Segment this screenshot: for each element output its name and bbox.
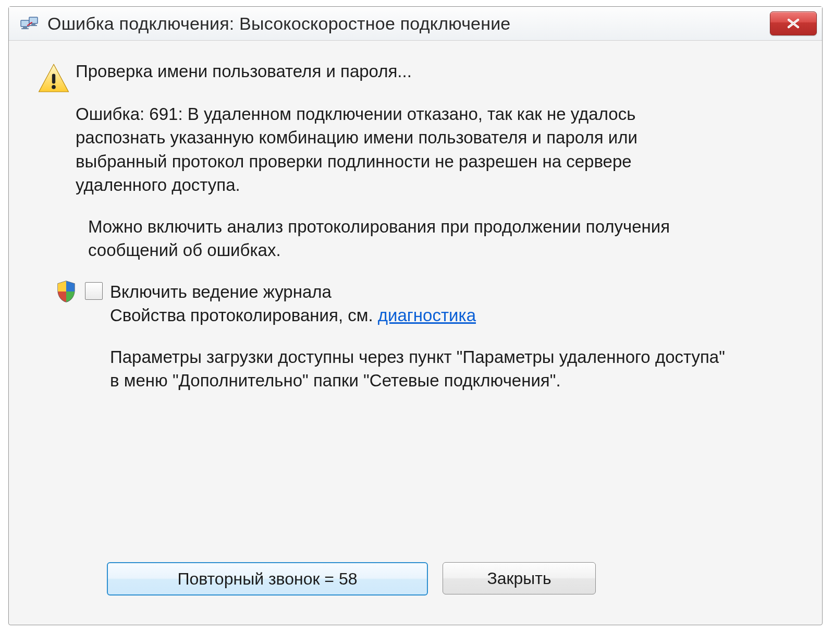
network-connection-icon	[18, 13, 40, 34]
error-message: Ошибка: 691: В удаленном подключении отк…	[76, 102, 722, 197]
close-dialog-button[interactable]: Закрыть	[443, 562, 596, 594]
enable-logging-label: Включить ведение журнала	[110, 280, 799, 304]
svg-rect-2	[21, 28, 29, 29]
svg-rect-6	[52, 74, 55, 83]
shield-icon	[55, 280, 78, 303]
dialog-content: Проверка имени пользователя и пароля... …	[9, 41, 822, 393]
svg-rect-3	[29, 17, 38, 23]
connection-error-dialog: Ошибка подключения: Высокоскоростное под…	[8, 6, 823, 625]
svg-rect-4	[31, 23, 35, 25]
titlebar: Ошибка подключения: Высокоскоростное под…	[9, 7, 822, 41]
diagnostics-line: Свойства протоколирования, см. диагности…	[110, 303, 799, 327]
logging-hint: Можно включить анализ протоколирования п…	[32, 215, 734, 262]
params-info: Параметры загрузки доступны через пункт …	[110, 345, 735, 393]
svg-rect-1	[23, 27, 27, 28]
svg-rect-5	[30, 25, 37, 26]
svg-point-7	[52, 85, 56, 89]
diagnostics-prefix: Свойства протоколирования, см.	[110, 306, 378, 325]
button-row: Повторный звонок = 58 Закрыть	[9, 562, 822, 596]
redial-button[interactable]: Повторный звонок = 58	[107, 562, 428, 596]
close-icon	[784, 18, 803, 29]
diagnostics-link[interactable]: диагностика	[378, 306, 476, 325]
close-button[interactable]	[770, 11, 817, 35]
window-title: Ошибка подключения: Высокоскоростное под…	[47, 14, 770, 34]
enable-logging-checkbox[interactable]	[85, 282, 103, 300]
status-heading: Проверка имени пользователя и пароля...	[76, 59, 799, 83]
warning-icon	[32, 59, 76, 97]
